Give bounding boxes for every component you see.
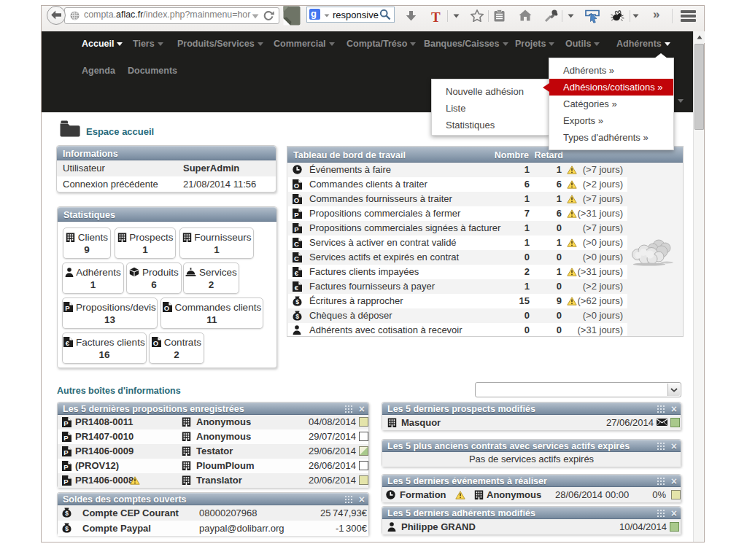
svg-text:O: O (294, 196, 299, 204)
svg-text:P: P (294, 211, 299, 219)
svg-text:P: P (63, 434, 69, 442)
svg-text:$: $ (295, 298, 299, 306)
svg-text:P: P (63, 478, 69, 486)
svg-text:C: C (294, 240, 299, 248)
svg-text:€: € (295, 269, 299, 277)
svg-text:P: P (63, 419, 69, 427)
svg-text:$: $ (65, 525, 69, 532)
svg-text:P: P (63, 463, 69, 471)
svg-text:$: $ (65, 510, 69, 517)
svg-text:O: O (153, 339, 158, 347)
svg-text:$: $ (295, 313, 299, 320)
svg-text:€: € (66, 339, 70, 347)
svg-text:O: O (164, 304, 169, 312)
svg-text:C: C (294, 254, 299, 262)
svg-text:P: P (294, 225, 299, 233)
svg-text:P: P (63, 448, 69, 456)
svg-text:P: P (66, 304, 71, 312)
svg-text:O: O (294, 182, 299, 190)
svg-text:€: € (295, 284, 299, 292)
